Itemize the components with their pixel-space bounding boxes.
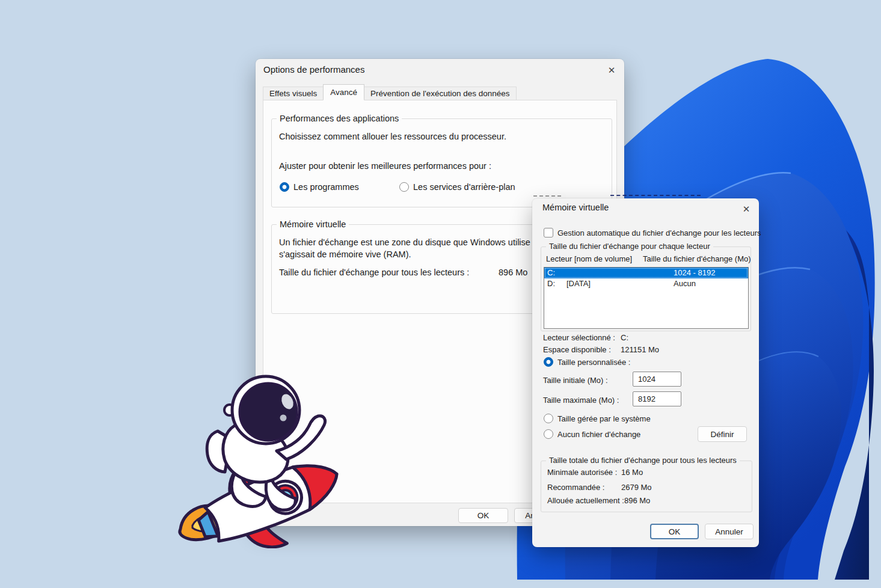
pagefile-size: 1024 - 8192 [674,268,715,278]
available-space-value: 121151 Mo [621,345,659,354]
astronaut-rocket-illustration [176,368,341,548]
allocated-value: 896 Mo [624,496,650,505]
drive-letter: C: [547,268,555,278]
column-header-drive: Lecteur [nom de volume] [546,254,632,263]
initial-size-label: Taille initiale (Mo) : [543,376,608,385]
recommended-value: 2679 Mo [621,483,652,492]
group-title: Taille totale du fichier d'échange pour … [546,456,740,465]
selected-drive-label: Lecteur sélectionné : [543,333,615,342]
available-space-label: Espace disponible : [543,345,611,354]
group-title: Taille du fichier d'échange pour chaque … [546,242,713,251]
group-title: Mémoire virtuelle [277,219,349,229]
column-header-size: Taille du fichier d'échange (Mo) [643,254,751,263]
radio-background-services-label[interactable]: Les services d'arrière-plan [413,182,515,192]
group-title: Performances des applications [277,114,402,123]
tab-avance[interactable]: Avancé [323,84,364,100]
set-button[interactable]: Définir [698,426,747,442]
total-pagefile-value: 896 Mo [499,268,527,277]
text-fragment [610,195,701,196]
radio-background-services[interactable] [399,182,409,192]
radio-custom-size-label[interactable]: Taille personnalisée : [557,358,630,367]
dialog-title: Options de performances [263,64,364,75]
max-size-label: Taille maximale (Mo) : [543,396,619,405]
ok-button[interactable]: OK [458,508,508,523]
cancel-button[interactable]: Annuler [705,524,754,539]
drive-row-c[interactable]: C: 1024 - 8192 [544,268,748,278]
totals-group: Taille totale du fichier d'échange pour … [541,461,752,512]
selected-drive-value: C: [621,333,628,342]
ok-button[interactable]: OK [650,524,699,539]
radio-no-pagefile-label[interactable]: Aucun fichier d'échange [557,430,640,439]
auto-manage-checkbox[interactable] [544,228,553,237]
window-fragment-artifact [531,191,703,198]
drive-row-d[interactable]: D: [DATA] Aucun [544,278,748,289]
pagefile-size: Aucun [674,278,696,289]
tab-bar: Effets visuels Avancé Prévention de l'ex… [263,86,517,100]
tab-prevention-execution[interactable]: Prévention de l'exécution des données [364,87,517,100]
total-pagefile-label: Taille du fichier d'échange pour tous le… [279,268,469,277]
pagefile-description-line1: Un fichier d'échange est une zone du dis… [279,237,574,247]
radio-no-pagefile[interactable] [544,429,553,439]
virtual-memory-dialog: Mémoire virtuelle ✕ Gestion automatique … [532,198,759,547]
drive-listbox[interactable]: C: 1024 - 8192 D: [DATA] Aucun [544,267,749,329]
radio-programs[interactable] [280,182,289,192]
radio-custom-size[interactable] [544,357,553,367]
max-size-input[interactable] [633,391,681,406]
text-fragment [533,195,561,197]
pagefile-description-line2: s'agissait de mémoire vive (RAM). [279,250,411,259]
allocated-row: Allouée actuellement :896 Mo [547,496,650,505]
adjust-performance-label: Ajuster pour obtenir les meilleures perf… [279,161,491,171]
processor-allocation-description: Choisissez comment allouer les ressource… [279,132,506,141]
auto-manage-checkbox-label[interactable]: Gestion automatique du fichier d'échange… [557,228,761,237]
initial-size-input[interactable] [633,372,681,387]
allocated-label: Allouée actuellement : [547,496,624,505]
radio-system-managed-label[interactable]: Taille gérée par le système [557,414,651,423]
min-allowed-label: Minimale autorisée : [547,468,617,477]
close-icon[interactable]: ✕ [739,202,754,216]
per-drive-pagefile-group: Taille du fichier d'échange pour chaque … [541,247,751,331]
recommended-label: Recommandée : [547,483,604,492]
radio-system-managed[interactable] [544,414,553,423]
dialog-title: Mémoire virtuelle [542,203,609,212]
volume-name: [DATA] [566,278,591,289]
tab-effets-visuels[interactable]: Effets visuels [263,87,324,100]
radio-programs-label[interactable]: Les programmes [293,182,359,192]
close-icon[interactable]: ✕ [604,63,619,78]
min-allowed-value: 16 Mo [621,468,643,477]
drive-letter: D: [547,278,555,289]
